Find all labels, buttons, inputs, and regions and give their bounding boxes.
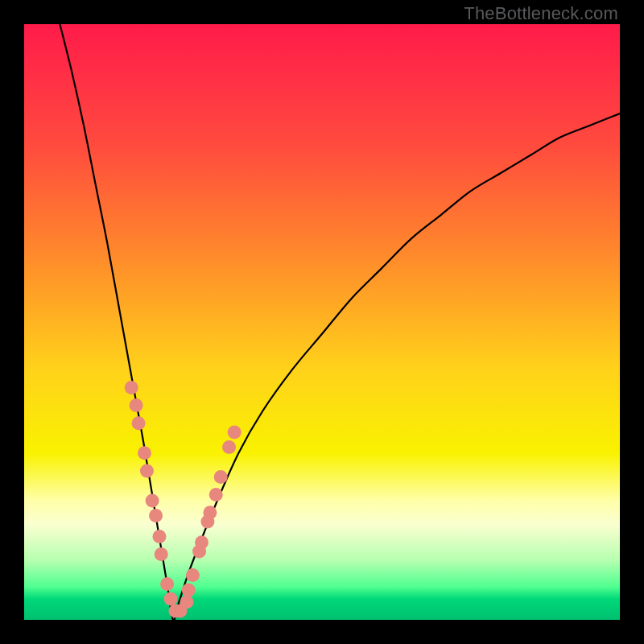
highlight-dot	[125, 381, 138, 394]
curve-layer	[24, 24, 620, 620]
highlight-dot	[132, 416, 146, 430]
highlight-dot	[222, 440, 236, 454]
highlight-dot	[152, 530, 166, 543]
highlight-dot	[203, 506, 217, 519]
highlight-dot	[149, 509, 163, 522]
highlight-dot	[130, 398, 143, 412]
plot-area	[24, 24, 620, 620]
highlight-dot	[140, 464, 154, 478]
highlight-dot	[195, 535, 208, 549]
bottleneck-curve	[60, 24, 620, 620]
highlight-dot	[186, 568, 200, 582]
highlight-dot	[160, 577, 174, 591]
highlight-dot	[228, 425, 242, 439]
highlight-dot	[214, 470, 228, 484]
highlight-dot	[182, 584, 196, 597]
highlight-dot	[138, 446, 151, 460]
highlight-dot	[164, 592, 178, 606]
highlight-dot	[146, 494, 159, 508]
highlight-dot	[155, 547, 168, 561]
highlight-dot	[180, 595, 194, 609]
watermark-text: TheBottleneck.com	[464, 3, 618, 24]
highlight-dot	[209, 488, 223, 502]
